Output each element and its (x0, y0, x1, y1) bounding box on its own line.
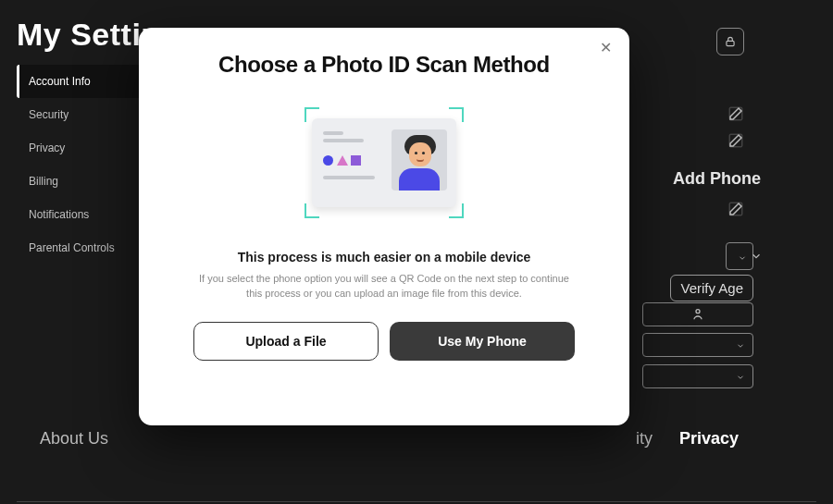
sidebar-item-label: Privacy (29, 141, 65, 154)
square-shape-icon (351, 155, 361, 166)
triangle-shape-icon (337, 155, 348, 166)
gender-select[interactable] (642, 302, 753, 326)
verify-age-button[interactable]: Verify Age (670, 275, 753, 301)
chevron-down-icon (738, 253, 747, 263)
footer-link-about[interactable]: About Us (40, 429, 108, 449)
sidebar-item-account-info[interactable]: Account Info (17, 65, 155, 98)
id-card-illustration (305, 107, 464, 218)
photo-id-modal: ✕ Choose a Photo ID Scan Method (139, 28, 629, 425)
sidebar-item-parental-controls[interactable]: Parental Controls (17, 231, 155, 264)
footer-link-partial[interactable]: ity (636, 429, 653, 449)
circle-shape-icon (323, 155, 333, 166)
sidebar-item-privacy[interactable]: Privacy (17, 131, 155, 165)
edit-icon (727, 201, 744, 217)
svg-point-4 (696, 310, 700, 313)
dropdown[interactable] (642, 333, 753, 357)
sidebar-item-label: Account Info (29, 75, 91, 88)
footer-divider (17, 501, 816, 502)
svg-rect-0 (727, 41, 734, 45)
chevron-down-icon (736, 373, 745, 382)
sidebar: Account Info Security Privacy Billing No… (17, 65, 155, 264)
edit-button[interactable] (727, 132, 744, 149)
edit-icon (727, 132, 744, 149)
upload-file-button[interactable]: Upload a File (193, 322, 379, 361)
chevron-down-icon (736, 341, 745, 350)
sidebar-item-security[interactable]: Security (17, 98, 155, 131)
use-my-phone-button[interactable]: Use My Phone (390, 322, 575, 361)
modal-subtitle: This process is much easier on a mobile … (238, 250, 531, 264)
sidebar-item-label: Security (29, 108, 68, 121)
edit-icon (727, 105, 744, 122)
footer-link-privacy[interactable]: Privacy (679, 429, 739, 449)
sidebar-item-label: Billing (29, 175, 58, 188)
id-card (312, 118, 456, 207)
sidebar-item-billing[interactable]: Billing (17, 165, 155, 198)
person-icon (690, 307, 705, 322)
edit-button[interactable] (727, 201, 744, 217)
chevron-down-icon[interactable] (750, 250, 763, 263)
dropdown[interactable] (642, 364, 753, 388)
sidebar-item-label: Parental Controls (29, 241, 115, 254)
modal-help-text: If you select the phone option you will … (199, 272, 569, 301)
modal-title: Choose a Photo ID Scan Method (218, 52, 550, 78)
close-button[interactable]: ✕ (600, 41, 616, 57)
sidebar-item-notifications[interactable]: Notifications (17, 198, 155, 231)
sidebar-item-label: Notifications (29, 208, 89, 221)
edit-button[interactable] (727, 105, 744, 122)
lock-icon (724, 35, 737, 48)
close-icon: ✕ (600, 40, 612, 55)
add-phone-button[interactable]: Add Phone (673, 169, 761, 189)
lock-button[interactable] (716, 28, 744, 55)
portrait-icon (392, 129, 447, 191)
